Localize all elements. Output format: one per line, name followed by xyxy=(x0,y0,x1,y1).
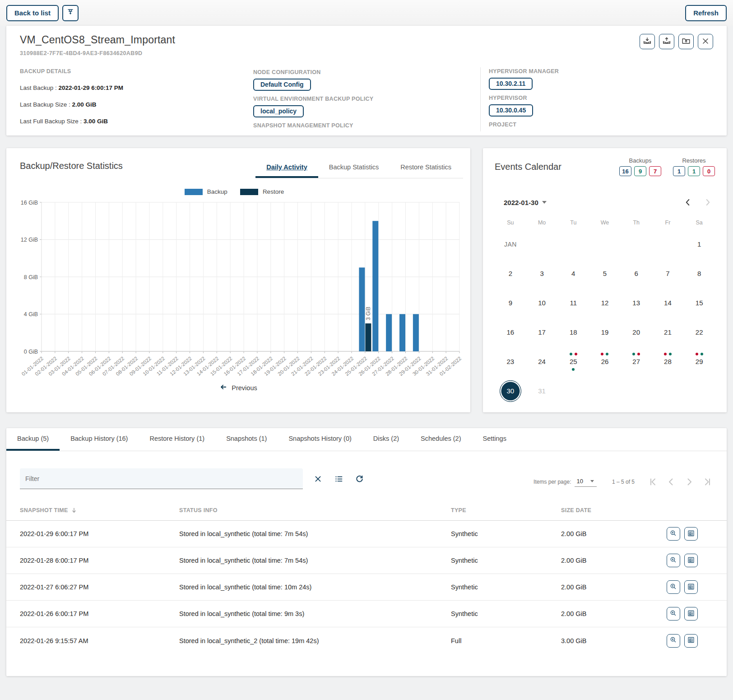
calendar-day-17[interactable]: 17 xyxy=(526,317,558,347)
tab-restore-history-1[interactable]: Restore History (1) xyxy=(139,428,215,451)
calendar-day-11[interactable]: 11 xyxy=(557,288,589,317)
tab-schedules-2[interactable]: Schedules (2) xyxy=(410,428,472,451)
calendar-day-15[interactable]: 15 xyxy=(683,288,715,317)
tab-settings[interactable]: Settings xyxy=(472,428,517,451)
calendar-day-28[interactable]: 28 xyxy=(652,347,684,376)
back-to-list-button[interactable]: Back to list xyxy=(6,5,59,21)
calendar-day-3[interactable]: 3 xyxy=(526,259,558,288)
event-dot-green xyxy=(570,353,572,355)
calendar-day-2[interactable]: 2 xyxy=(495,259,526,288)
calendar-day-20[interactable]: 20 xyxy=(621,317,652,347)
previous-button[interactable]: Previous xyxy=(14,383,463,392)
calendar-day-5[interactable]: 5 xyxy=(589,259,621,288)
tab-snapshots-1[interactable]: Snapshots (1) xyxy=(215,428,278,451)
calendar-day-31[interactable]: 31 xyxy=(526,376,558,406)
hypervisor-manager-chip[interactable]: 10.30.2.11 xyxy=(489,78,533,90)
calendar-day-19[interactable]: 19 xyxy=(589,317,621,347)
backup-now-button[interactable] xyxy=(640,34,655,49)
mount-preview-button[interactable] xyxy=(667,634,680,648)
cell-snapshot-time: 2022-01-26 6:00:17 PM xyxy=(20,610,179,617)
tab-backup-history-16[interactable]: Backup History (16) xyxy=(60,428,139,451)
counter-group-backups: Backups 1697 xyxy=(619,157,661,176)
calendar-day-6[interactable]: 6 xyxy=(621,259,652,288)
column-header-size-date[interactable]: SIZE DATE xyxy=(561,507,647,513)
backup-policy-chip[interactable]: local_policy xyxy=(253,105,304,117)
events-calendar-title: Events Calendar xyxy=(495,157,561,172)
table-row: 2022-01-27 6:06:27 PM Stored in local_sy… xyxy=(6,574,727,601)
column-options-button[interactable] xyxy=(333,473,344,485)
restore-button[interactable] xyxy=(659,34,674,49)
calendar-day-21[interactable]: 21 xyxy=(652,317,684,347)
mount-preview-button[interactable] xyxy=(667,554,680,567)
cell-snapshot-time: 2022-01-28 6:00:17 PM xyxy=(20,557,179,564)
calendar-day-13[interactable]: 13 xyxy=(621,288,652,317)
tab-backup-5[interactable]: Backup (5) xyxy=(6,428,60,451)
tab-backup-statistics[interactable]: Backup Statistics xyxy=(318,157,390,178)
calendar-prev-button[interactable] xyxy=(682,197,693,208)
column-header-snapshot-time[interactable]: SNAPSHOT TIME xyxy=(20,507,179,513)
backup-details-button[interactable] xyxy=(684,634,698,648)
first-page-button[interactable] xyxy=(647,476,659,488)
calendar-day-24[interactable]: 24 xyxy=(526,347,558,376)
filter-field xyxy=(20,468,303,489)
tab-disks-2[interactable]: Disks (2) xyxy=(362,428,410,451)
close-button[interactable] xyxy=(698,34,713,49)
clear-filter-button[interactable] xyxy=(312,473,324,485)
page-range-label: 1 – 5 of 5 xyxy=(612,479,635,485)
column-header-type[interactable]: TYPE xyxy=(451,507,561,513)
calendar-day-25[interactable]: 25 xyxy=(557,347,589,376)
items-per-page-label: Items per page: xyxy=(534,479,571,485)
calendar-empty-cell xyxy=(557,376,589,406)
previous-page-button[interactable] xyxy=(665,476,677,488)
items-per-page-select[interactable]: 10 xyxy=(575,477,596,487)
calendar-day-14[interactable]: 14 xyxy=(652,288,684,317)
calendar-day-18[interactable]: 18 xyxy=(557,317,589,347)
calendar-date-select[interactable]: 2022-01-30 xyxy=(504,199,547,206)
column-header-status-info[interactable]: STATUS INFO xyxy=(179,507,451,513)
restores-count-navy: 1 xyxy=(673,166,685,176)
calendar-day-27[interactable]: 27 xyxy=(621,347,652,376)
calendar-day-26[interactable]: 26 xyxy=(589,347,621,376)
calendar-day-22[interactable]: 22 xyxy=(683,317,715,347)
backup-details-button[interactable] xyxy=(684,607,698,621)
pin-button[interactable] xyxy=(62,5,79,21)
sort-desc-icon[interactable] xyxy=(71,507,77,513)
calendar-day-1[interactable]: 1 xyxy=(683,229,715,259)
calendar-day-16[interactable]: 16 xyxy=(495,317,526,347)
refresh-button[interactable]: Refresh xyxy=(685,5,727,21)
weekday-tu: Tu xyxy=(557,219,589,226)
calendar-next-button[interactable] xyxy=(702,197,713,208)
mount-preview-button[interactable] xyxy=(667,607,680,621)
backup-details-button[interactable] xyxy=(684,527,698,541)
calendar-day-12[interactable]: 12 xyxy=(589,288,621,317)
mount-preview-button[interactable] xyxy=(667,527,680,541)
next-page-button[interactable] xyxy=(683,476,695,488)
reload-table-button[interactable] xyxy=(353,473,365,485)
calendar-day-4[interactable]: 4 xyxy=(557,259,589,288)
export-button[interactable] xyxy=(678,34,694,49)
legend-swatch-restore xyxy=(240,189,258,195)
last-page-button[interactable] xyxy=(701,476,713,488)
backup-details-button[interactable] xyxy=(684,580,698,594)
tab-snapshots-history-0[interactable]: Snapshots History (0) xyxy=(278,428,362,451)
tab-daily-activity[interactable]: Daily Activity xyxy=(255,157,318,178)
backup-details-button[interactable] xyxy=(684,554,698,567)
node-config-chip[interactable]: Default Config xyxy=(253,79,311,91)
svg-text:16 GiB: 16 GiB xyxy=(21,200,38,206)
calendar-day-7[interactable]: 7 xyxy=(652,259,684,288)
calendar-day-9[interactable]: 9 xyxy=(495,288,526,317)
calendar-empty-cell xyxy=(621,376,652,406)
calendar-day-30[interactable]: 30 xyxy=(495,376,526,406)
calendar-day-29[interactable]: 29 xyxy=(683,347,715,376)
filter-input[interactable] xyxy=(20,468,303,489)
backup-detail-last-backup: Last Backup : 2022-01-29 6:00:17 PM xyxy=(20,84,253,91)
calendar-empty-cell xyxy=(652,376,684,406)
backup-detail-last-backup-size: Last Backup Size : 2.00 GiB xyxy=(20,101,253,108)
mount-preview-button[interactable] xyxy=(667,580,680,594)
calendar-day-10[interactable]: 10 xyxy=(526,288,558,317)
tab-restore-statistics[interactable]: Restore Statistics xyxy=(390,157,462,178)
calendar-day-8[interactable]: 8 xyxy=(683,259,715,288)
magnifier-plus-icon xyxy=(669,529,677,539)
hypervisor-chip[interactable]: 10.30.0.45 xyxy=(489,104,533,117)
calendar-day-23[interactable]: 23 xyxy=(495,347,526,376)
